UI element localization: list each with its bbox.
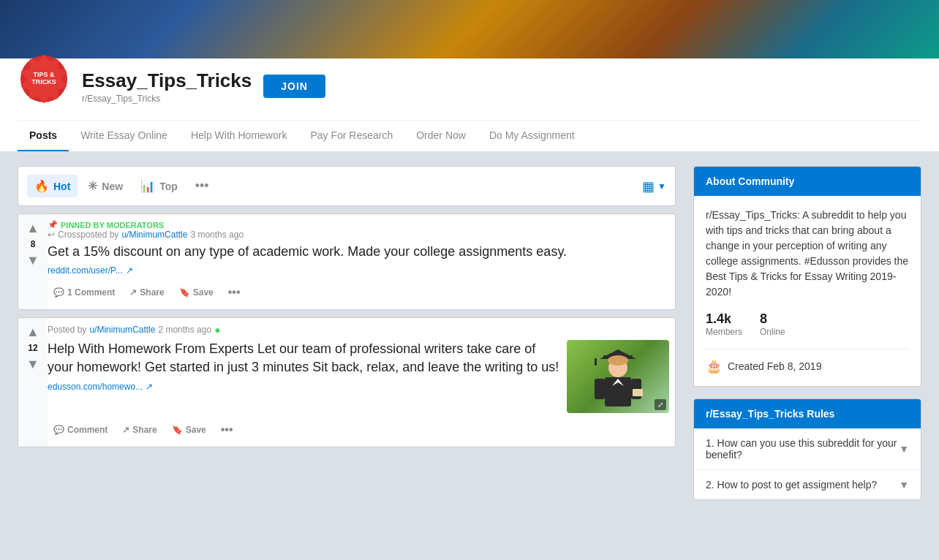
sort-top-label: Top	[159, 181, 178, 192]
share-icon: ↗	[129, 287, 137, 298]
post-link[interactable]: reddit.com/user/P... ↗	[48, 265, 669, 276]
tab-do-assignment[interactable]: Do My Assignment	[478, 121, 587, 151]
rule-text-1: 1. How can you use this subreddit for yo…	[706, 437, 899, 461]
pin-icon: 📌	[48, 220, 58, 230]
crosspost-author[interactable]: u/MinimumCattle	[121, 230, 187, 240]
external-link-icon: ↗	[146, 382, 153, 392]
bookmark-icon: 🔖	[179, 287, 190, 298]
post-time: 2 months ago	[158, 325, 211, 335]
post-body: Help With Homework From Experts Let our …	[48, 340, 669, 413]
post-thumbnail[interactable]: ⤢	[567, 340, 669, 413]
post-more-button[interactable]: •••	[215, 419, 239, 441]
tab-pay-research[interactable]: Pay For Research	[298, 121, 404, 151]
list-item[interactable]: 1. How can you use this subreddit for yo…	[694, 428, 921, 470]
external-link-icon: ↗	[126, 265, 133, 276]
crosspost-time: 3 months ago	[190, 230, 244, 240]
about-community-header: About Community	[694, 167, 921, 196]
subreddit-header: TIPS & TRICKS Essay_Tips_Tricks r/Essay_…	[0, 58, 939, 151]
pinned-label: 📌 PINNED BY MODERATORS	[48, 220, 669, 230]
comment-button[interactable]: 💬 1 Comment	[48, 283, 121, 302]
post-content: 📌 PINNED BY MODERATORS ↩ Crossposted by …	[48, 214, 675, 309]
svg-rect-9	[633, 389, 643, 396]
members-label: Members	[706, 327, 742, 337]
downvote-button[interactable]: ▼	[25, 356, 41, 372]
hot-icon: 🔥	[34, 179, 49, 193]
vote-count: 8	[31, 239, 36, 249]
members-value: 1.4k	[706, 311, 742, 327]
tab-help-homework[interactable]: Help With Homework	[179, 121, 298, 151]
upvote-button[interactable]: ▲	[25, 324, 41, 340]
upvote-button[interactable]: ▲	[25, 220, 41, 236]
rule-text-2: 2. How to post to get assigment help?	[706, 479, 877, 491]
online-value: 8	[760, 311, 785, 327]
save-button[interactable]: 🔖 Save	[173, 283, 219, 302]
grid-view-icon: ▦	[642, 178, 655, 194]
tab-order-now[interactable]: Order Now	[404, 121, 478, 151]
community-description: r/Essay_Tips_Tricks: A subreddit to help…	[706, 208, 909, 300]
active-dot-icon: ●	[214, 324, 220, 336]
online-label: Online	[760, 327, 785, 337]
post-author[interactable]: u/MinimumCattle	[89, 325, 155, 335]
post-link[interactable]: edusson.com/homewo... ↗	[48, 382, 561, 392]
subreddit-logo: TIPS & TRICKS	[18, 53, 70, 105]
sort-bar: 🔥 Hot ✳ New 📊 Top ••• ▦ ▼	[18, 166, 676, 206]
post-text: Help With Homework From Experts Let our …	[48, 340, 561, 413]
comment-icon: 💬	[53, 425, 64, 435]
comment-button[interactable]: 💬 Comment	[48, 420, 113, 439]
logo-badge: TIPS & TRICKS	[20, 56, 67, 102]
cake-icon: 🎂	[706, 358, 722, 374]
view-chevron-icon: ▼	[657, 181, 666, 192]
post-title[interactable]: Help With Homework From Experts Let our …	[48, 340, 561, 377]
rules-list: 1. How can you use this subreddit for yo…	[694, 428, 921, 499]
post-more-button[interactable]: •••	[222, 281, 246, 303]
sort-hot-label: Hot	[53, 181, 70, 192]
table-row: ▲ 12 ▼ Posted by u/MinimumCattle 2 month…	[18, 317, 676, 447]
subreddit-handle: r/Essay_Tips_Tricks	[82, 94, 252, 104]
crosspost-icon: ↩	[48, 230, 55, 240]
feed-column: 🔥 Hot ✳ New 📊 Top ••• ▦ ▼ ▲ 8 ▼	[18, 166, 676, 512]
table-row: ▲ 8 ▼ 📌 PINNED BY MODERATORS ↩ Crosspost…	[18, 213, 676, 310]
rules-header: r/Essay_Tips_Tricks Rules	[694, 399, 921, 428]
top-icon: 📊	[140, 179, 155, 193]
svg-rect-7	[595, 379, 605, 399]
sort-hot[interactable]: 🔥 Hot	[27, 175, 78, 197]
join-button[interactable]: JOIN	[263, 75, 325, 98]
community-created: 🎂 Created Feb 8, 2019	[706, 349, 909, 374]
sidebar-column: About Community r/Essay_Tips_Tricks: A s…	[693, 166, 921, 512]
svg-point-4	[608, 355, 628, 366]
logo-text: TIPS & TRICKS	[31, 72, 56, 86]
tab-write-essay[interactable]: Write Essay Online	[69, 121, 179, 151]
crosspost-meta: ↩ Crossposted by u/MinimumCattle 3 month…	[48, 230, 669, 240]
view-toggle-button[interactable]: ▦ ▼	[642, 178, 666, 194]
share-button[interactable]: ↗ Share	[116, 420, 162, 439]
downvote-button[interactable]: ▼	[25, 252, 41, 268]
community-stats: 1.4k Members 8 Online	[706, 311, 909, 337]
post-vote-section: ▲ 8 ▼	[18, 214, 48, 309]
share-button[interactable]: ↗ Share	[124, 283, 170, 302]
share-icon: ↗	[122, 425, 129, 435]
about-community-card: About Community r/Essay_Tips_Tricks: A s…	[693, 166, 921, 387]
sort-top[interactable]: 📊 Top	[133, 175, 185, 197]
vote-count: 12	[28, 343, 37, 353]
save-button[interactable]: 🔖 Save	[166, 420, 212, 439]
svg-rect-3	[595, 358, 597, 366]
chevron-down-icon: ▼	[899, 479, 909, 491]
post-content: Posted by u/MinimumCattle 2 months ago ●…	[48, 318, 675, 447]
thumbnail-image	[567, 340, 669, 413]
subreddit-name: Essay_Tips_Tricks	[82, 69, 252, 92]
sort-new[interactable]: ✳ New	[80, 175, 130, 197]
tab-posts[interactable]: Posts	[18, 121, 69, 151]
members-stat: 1.4k Members	[706, 311, 742, 337]
header-banner	[0, 0, 939, 58]
subreddit-title-area: Essay_Tips_Tricks r/Essay_Tips_Tricks JO…	[82, 69, 325, 104]
post-actions: 💬 Comment ↗ Share 🔖 Save •••	[48, 419, 669, 441]
post-actions: 💬 1 Comment ↗ Share 🔖 Save •••	[48, 281, 669, 303]
expand-icon[interactable]: ⤢	[655, 399, 666, 410]
sort-more-button[interactable]: •••	[188, 174, 216, 198]
new-icon: ✳	[88, 179, 97, 193]
online-stat: 8 Online	[760, 311, 785, 337]
created-date: Created Feb 8, 2019	[728, 360, 821, 372]
post-title[interactable]: Get a 15% discount on any type of academ…	[48, 243, 669, 261]
subreddit-info: TIPS & TRICKS Essay_Tips_Tricks r/Essay_…	[18, 67, 921, 105]
list-item[interactable]: 2. How to post to get assigment help? ▼	[694, 470, 921, 499]
